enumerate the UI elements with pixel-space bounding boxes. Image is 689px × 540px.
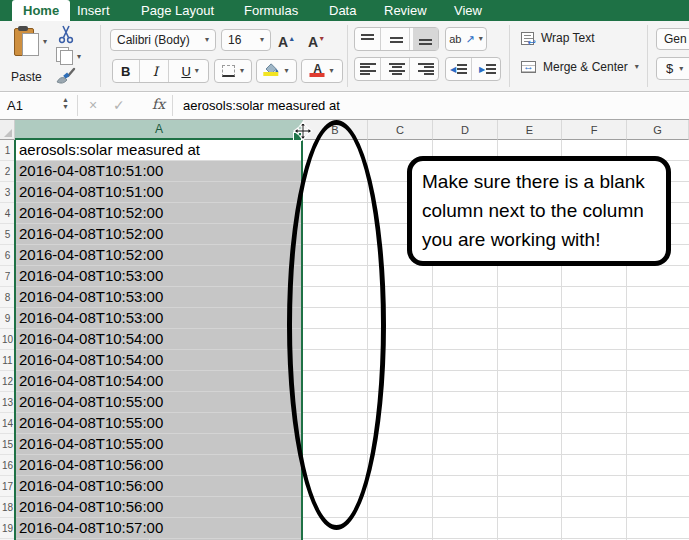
insert-function-button[interactable]: fx — [152, 96, 165, 112]
align-bottom-button[interactable] — [413, 28, 438, 50]
wrap-text-button[interactable]: ↩ Wrap Text — [521, 31, 595, 45]
decrease-indent-button[interactable]: ◀ — [446, 58, 472, 80]
row-number[interactable]: 7 — [0, 266, 15, 287]
cell-a5[interactable]: 2016-04-08T10:52:00 — [15, 224, 302, 245]
column-header-g[interactable]: G — [627, 120, 689, 140]
table-row: 102016-04-08T10:54:00 — [0, 329, 302, 350]
align-left-button[interactable] — [355, 58, 381, 80]
table-row: 112016-04-08T10:54:00 — [0, 350, 302, 371]
selection-border-left — [14, 140, 16, 540]
row-number[interactable]: 3 — [0, 182, 15, 203]
tab-home[interactable]: Home — [12, 0, 70, 21]
cell-a2[interactable]: 2016-04-08T10:51:00 — [15, 161, 302, 182]
table-row: 152016-04-08T10:55:00 — [0, 434, 302, 455]
column-header-d[interactable]: D — [433, 120, 498, 140]
paste-dropdown-caret[interactable]: ▾ — [43, 38, 47, 46]
bold-button[interactable]: B — [113, 60, 140, 82]
shrink-font-button[interactable]: A▼ — [308, 33, 325, 51]
cell-a17[interactable]: 2016-04-08T10:56:00 — [15, 476, 302, 497]
cell-a1[interactable]: aerosols:solar measured at — [15, 140, 302, 161]
align-top-button[interactable] — [355, 28, 381, 50]
row-number[interactable]: 14 — [0, 413, 15, 434]
cell-a19[interactable]: 2016-04-08T10:57:00 — [15, 518, 302, 539]
font-size-select[interactable]: 16 ▾ — [221, 29, 271, 51]
confirm-icon[interactable]: ✓ — [113, 97, 125, 113]
borders-button[interactable]: ▾ — [214, 59, 252, 83]
format-painter-icon[interactable] — [56, 67, 76, 85]
name-box-stepper[interactable]: ▲ ▼ — [62, 96, 69, 110]
row-number[interactable]: 12 — [0, 371, 15, 392]
cell-a12[interactable]: 2016-04-08T10:54:00 — [15, 371, 302, 392]
table-row: 172016-04-08T10:56:00 — [0, 476, 302, 497]
row-number[interactable]: 8 — [0, 287, 15, 308]
row-number[interactable]: 9 — [0, 308, 15, 329]
font-family-caret: ▾ — [205, 36, 209, 44]
table-row: 162016-04-08T10:56:00 — [0, 455, 302, 476]
align-middle-button[interactable] — [384, 28, 410, 50]
copy-icon-front[interactable] — [60, 50, 73, 65]
bold-label: B — [121, 64, 130, 79]
fill-color-button[interactable]: ▾ — [256, 59, 297, 83]
font-family-select[interactable]: Calibri (Body) ▾ — [110, 29, 216, 51]
tab-page-layout[interactable]: Page Layout — [141, 0, 214, 21]
cell-a6[interactable]: 2016-04-08T10:52:00 — [15, 245, 302, 266]
select-all-corner[interactable] — [0, 120, 15, 140]
increase-indent-button[interactable]: ▶ — [475, 58, 500, 80]
font-color-button[interactable]: A ▾ — [301, 59, 343, 83]
row-number[interactable]: 16 — [0, 455, 15, 476]
fill-color-icon — [264, 63, 280, 79]
cell-a8[interactable]: 2016-04-08T10:53:00 — [15, 287, 302, 308]
cell-a3[interactable]: 2016-04-08T10:51:00 — [15, 182, 302, 203]
cell-a4[interactable]: 2016-04-08T10:52:00 — [15, 203, 302, 224]
align-right-button[interactable] — [413, 58, 438, 80]
tab-view[interactable]: View — [454, 0, 482, 21]
cell-a16[interactable]: 2016-04-08T10:56:00 — [15, 455, 302, 476]
column-header-a[interactable]: A — [15, 120, 303, 140]
row-number[interactable]: 11 — [0, 350, 15, 371]
row-number[interactable]: 13 — [0, 392, 15, 413]
column-header-c[interactable]: C — [368, 120, 433, 140]
cell-a11[interactable]: 2016-04-08T10:54:00 — [15, 350, 302, 371]
row-number[interactable]: 18 — [0, 497, 15, 518]
tab-data[interactable]: Data — [329, 0, 356, 21]
copy-dropdown-caret[interactable]: ▾ — [77, 53, 81, 61]
merge-center-button[interactable]: ↔ Merge & Center ▾ — [521, 60, 639, 74]
row-number[interactable]: 17 — [0, 476, 15, 497]
cut-icon[interactable] — [56, 24, 76, 44]
formula-input[interactable]: aerosols:solar measured at — [183, 98, 340, 113]
align-center-icon — [389, 63, 405, 76]
tab-formulas[interactable]: Formulas — [244, 0, 298, 21]
tab-review[interactable]: Review — [384, 0, 427, 21]
paste-button[interactable] — [14, 26, 38, 56]
row-number[interactable]: 5 — [0, 224, 15, 245]
cell-a9[interactable]: 2016-04-08T10:53:00 — [15, 308, 302, 329]
row-number[interactable]: 1 — [0, 140, 15, 161]
number-format-select[interactable]: Gen — [656, 28, 689, 50]
grow-font-button[interactable]: A▲ — [278, 33, 295, 51]
cell-a18[interactable]: 2016-04-08T10:56:00 — [15, 497, 302, 518]
orientation-button[interactable]: ab ↗ ▾ — [445, 27, 487, 51]
row-number[interactable]: 6 — [0, 245, 15, 266]
row-number[interactable]: 19 — [0, 518, 15, 539]
grow-font-label: A — [278, 34, 288, 50]
row-number[interactable]: 10 — [0, 329, 15, 350]
table-row: 72016-04-08T10:53:00 — [0, 266, 302, 287]
cell-a13[interactable]: 2016-04-08T10:55:00 — [15, 392, 302, 413]
cell-a10[interactable]: 2016-04-08T10:54:00 — [15, 329, 302, 350]
cell-a7[interactable]: 2016-04-08T10:53:00 — [15, 266, 302, 287]
row-number[interactable]: 2 — [0, 161, 15, 182]
cell-a14[interactable]: 2016-04-08T10:55:00 — [15, 413, 302, 434]
name-box[interactable]: A1 — [7, 98, 23, 113]
row-number[interactable]: 4 — [0, 203, 15, 224]
cancel-icon[interactable]: × — [89, 97, 97, 113]
cell-a15[interactable]: 2016-04-08T10:55:00 — [15, 434, 302, 455]
column-header-f[interactable]: F — [562, 120, 627, 140]
underline-button[interactable]: U ▾ — [172, 60, 208, 82]
row-number[interactable]: 15 — [0, 434, 15, 455]
italic-button[interactable]: I — [143, 60, 170, 82]
column-header-e[interactable]: E — [498, 120, 562, 140]
table-row: 32016-04-08T10:51:00 — [0, 182, 302, 203]
tab-insert[interactable]: Insert — [77, 0, 110, 21]
align-center-button[interactable] — [384, 58, 410, 80]
currency-format-button[interactable]: $ ▾ — [656, 57, 689, 80]
